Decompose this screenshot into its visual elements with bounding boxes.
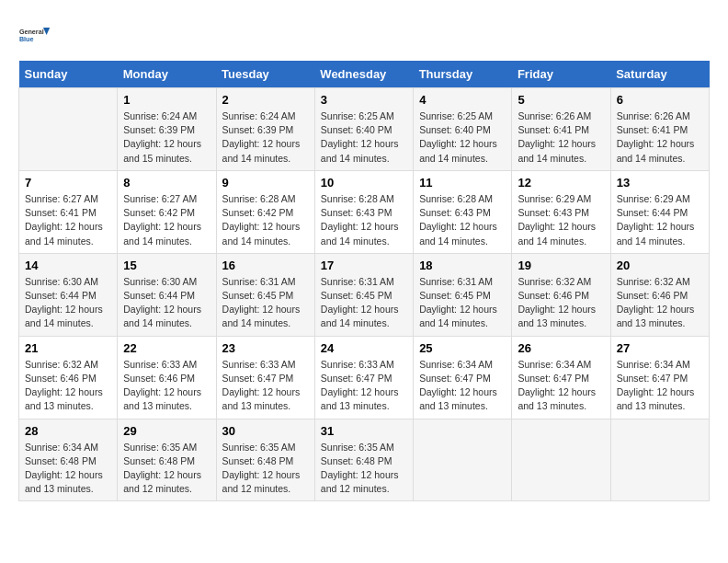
day-info: Sunrise: 6:31 AM Sunset: 6:45 PM Dayligh… — [321, 275, 407, 331]
day-number: 28 — [25, 424, 111, 438]
day-number: 7 — [25, 176, 111, 190]
day-number: 26 — [518, 341, 604, 355]
calendar-cell: 19Sunrise: 6:32 AM Sunset: 6:46 PM Dayli… — [512, 253, 610, 336]
calendar-cell: 28Sunrise: 6:34 AM Sunset: 6:48 PM Dayli… — [19, 419, 118, 501]
calendar-cell: 13Sunrise: 6:29 AM Sunset: 6:44 PM Dayli… — [610, 170, 709, 253]
weekday-header: Saturday — [610, 61, 709, 88]
day-number: 22 — [123, 341, 210, 355]
day-number: 3 — [321, 93, 407, 107]
day-number: 19 — [518, 259, 604, 272]
day-number: 8 — [123, 176, 210, 190]
calendar-cell: 20Sunrise: 6:32 AM Sunset: 6:46 PM Dayli… — [610, 253, 709, 336]
day-number: 21 — [25, 341, 111, 355]
calendar-cell: 27Sunrise: 6:34 AM Sunset: 6:47 PM Dayli… — [610, 336, 709, 419]
day-number: 12 — [518, 176, 604, 190]
calendar-cell: 24Sunrise: 6:33 AM Sunset: 6:47 PM Dayli… — [314, 336, 413, 419]
svg-marker-2 — [43, 28, 50, 35]
day-number: 5 — [518, 93, 604, 107]
calendar-cell: 29Sunrise: 6:35 AM Sunset: 6:48 PM Dayli… — [118, 419, 216, 501]
day-number: 2 — [222, 93, 309, 107]
calendar-cell: 11Sunrise: 6:28 AM Sunset: 6:43 PM Dayli… — [414, 170, 512, 253]
day-info: Sunrise: 6:30 AM Sunset: 6:44 PM Dayligh… — [25, 275, 111, 331]
calendar-week-row: 21Sunrise: 6:32 AM Sunset: 6:46 PM Dayli… — [19, 336, 710, 419]
weekday-header: Wednesday — [314, 61, 413, 88]
calendar-cell — [414, 419, 512, 501]
day-number: 13 — [617, 176, 703, 190]
calendar-cell: 3Sunrise: 6:25 AM Sunset: 6:40 PM Daylig… — [314, 88, 413, 171]
day-info: Sunrise: 6:34 AM Sunset: 6:47 PM Dayligh… — [419, 358, 506, 414]
calendar-table: SundayMondayTuesdayWednesdayThursdayFrid… — [18, 61, 710, 501]
calendar-cell — [19, 88, 118, 171]
header-row: SundayMondayTuesdayWednesdayThursdayFrid… — [19, 61, 710, 88]
day-number: 23 — [222, 341, 309, 355]
day-info: Sunrise: 6:34 AM Sunset: 6:47 PM Dayligh… — [617, 358, 703, 414]
svg-text:Blue: Blue — [19, 35, 34, 43]
calendar-cell: 15Sunrise: 6:30 AM Sunset: 6:44 PM Dayli… — [118, 253, 216, 336]
day-info: Sunrise: 6:35 AM Sunset: 6:48 PM Dayligh… — [123, 441, 210, 497]
calendar-cell: 8Sunrise: 6:27 AM Sunset: 6:42 PM Daylig… — [118, 170, 216, 253]
day-number: 15 — [123, 259, 210, 272]
logo-icon: GeneralBlue — [18, 18, 51, 52]
day-info: Sunrise: 6:25 AM Sunset: 6:40 PM Dayligh… — [419, 109, 506, 166]
day-number: 11 — [419, 176, 506, 190]
day-info: Sunrise: 6:24 AM Sunset: 6:39 PM Dayligh… — [123, 109, 210, 166]
weekday-header: Sunday — [19, 61, 118, 88]
day-info: Sunrise: 6:26 AM Sunset: 6:41 PM Dayligh… — [617, 109, 703, 166]
calendar-week-row: 28Sunrise: 6:34 AM Sunset: 6:48 PM Dayli… — [19, 419, 710, 501]
day-info: Sunrise: 6:32 AM Sunset: 6:46 PM Dayligh… — [25, 358, 111, 414]
day-number: 17 — [321, 259, 407, 272]
day-number: 1 — [123, 93, 210, 107]
day-info: Sunrise: 6:31 AM Sunset: 6:45 PM Dayligh… — [222, 275, 309, 331]
calendar-cell: 6Sunrise: 6:26 AM Sunset: 6:41 PM Daylig… — [610, 88, 709, 171]
day-info: Sunrise: 6:29 AM Sunset: 6:43 PM Dayligh… — [518, 192, 604, 248]
calendar-cell: 5Sunrise: 6:26 AM Sunset: 6:41 PM Daylig… — [512, 88, 610, 171]
day-info: Sunrise: 6:35 AM Sunset: 6:48 PM Dayligh… — [321, 441, 407, 497]
calendar-cell — [610, 419, 709, 501]
day-info: Sunrise: 6:32 AM Sunset: 6:46 PM Dayligh… — [617, 275, 703, 331]
day-number: 31 — [321, 424, 407, 438]
calendar-cell: 31Sunrise: 6:35 AM Sunset: 6:48 PM Dayli… — [314, 419, 413, 501]
day-info: Sunrise: 6:26 AM Sunset: 6:41 PM Dayligh… — [518, 109, 604, 166]
day-info: Sunrise: 6:31 AM Sunset: 6:45 PM Dayligh… — [419, 275, 506, 331]
day-number: 18 — [419, 259, 506, 272]
day-info: Sunrise: 6:25 AM Sunset: 6:40 PM Dayligh… — [321, 109, 407, 166]
day-info: Sunrise: 6:28 AM Sunset: 6:43 PM Dayligh… — [419, 192, 506, 248]
day-info: Sunrise: 6:33 AM Sunset: 6:47 PM Dayligh… — [222, 358, 309, 414]
calendar-cell: 9Sunrise: 6:28 AM Sunset: 6:42 PM Daylig… — [216, 170, 314, 253]
calendar-week-row: 7Sunrise: 6:27 AM Sunset: 6:41 PM Daylig… — [19, 170, 710, 253]
page-header: GeneralBlue — [18, 18, 710, 52]
day-info: Sunrise: 6:30 AM Sunset: 6:44 PM Dayligh… — [123, 275, 210, 331]
calendar-cell: 2Sunrise: 6:24 AM Sunset: 6:39 PM Daylig… — [216, 88, 314, 171]
day-info: Sunrise: 6:34 AM Sunset: 6:47 PM Dayligh… — [518, 358, 604, 414]
calendar-cell: 1Sunrise: 6:24 AM Sunset: 6:39 PM Daylig… — [118, 88, 216, 171]
weekday-header: Thursday — [414, 61, 512, 88]
day-info: Sunrise: 6:27 AM Sunset: 6:41 PM Dayligh… — [25, 192, 111, 248]
calendar-cell: 23Sunrise: 6:33 AM Sunset: 6:47 PM Dayli… — [216, 336, 314, 419]
day-info: Sunrise: 6:27 AM Sunset: 6:42 PM Dayligh… — [123, 192, 210, 248]
day-info: Sunrise: 6:33 AM Sunset: 6:46 PM Dayligh… — [123, 358, 210, 414]
calendar-cell: 16Sunrise: 6:31 AM Sunset: 6:45 PM Dayli… — [216, 253, 314, 336]
logo: GeneralBlue — [18, 18, 51, 52]
day-number: 20 — [617, 259, 703, 272]
day-info: Sunrise: 6:35 AM Sunset: 6:48 PM Dayligh… — [222, 441, 309, 497]
day-number: 30 — [222, 424, 309, 438]
calendar-cell: 4Sunrise: 6:25 AM Sunset: 6:40 PM Daylig… — [414, 88, 512, 171]
calendar-cell: 12Sunrise: 6:29 AM Sunset: 6:43 PM Dayli… — [512, 170, 610, 253]
day-number: 9 — [222, 176, 309, 190]
day-info: Sunrise: 6:32 AM Sunset: 6:46 PM Dayligh… — [518, 275, 604, 331]
day-number: 25 — [419, 341, 506, 355]
day-number: 27 — [617, 341, 703, 355]
day-number: 24 — [321, 341, 407, 355]
calendar-cell: 30Sunrise: 6:35 AM Sunset: 6:48 PM Dayli… — [216, 419, 314, 501]
day-info: Sunrise: 6:34 AM Sunset: 6:48 PM Dayligh… — [25, 441, 111, 497]
day-number: 10 — [321, 176, 407, 190]
day-info: Sunrise: 6:33 AM Sunset: 6:47 PM Dayligh… — [321, 358, 407, 414]
weekday-header: Friday — [512, 61, 610, 88]
day-info: Sunrise: 6:29 AM Sunset: 6:44 PM Dayligh… — [617, 192, 703, 248]
calendar-cell: 7Sunrise: 6:27 AM Sunset: 6:41 PM Daylig… — [19, 170, 118, 253]
calendar-cell: 10Sunrise: 6:28 AM Sunset: 6:43 PM Dayli… — [314, 170, 413, 253]
calendar-cell: 25Sunrise: 6:34 AM Sunset: 6:47 PM Dayli… — [414, 336, 512, 419]
calendar-cell: 14Sunrise: 6:30 AM Sunset: 6:44 PM Dayli… — [19, 253, 118, 336]
calendar-week-row: 14Sunrise: 6:30 AM Sunset: 6:44 PM Dayli… — [19, 253, 710, 336]
day-number: 16 — [222, 259, 309, 272]
